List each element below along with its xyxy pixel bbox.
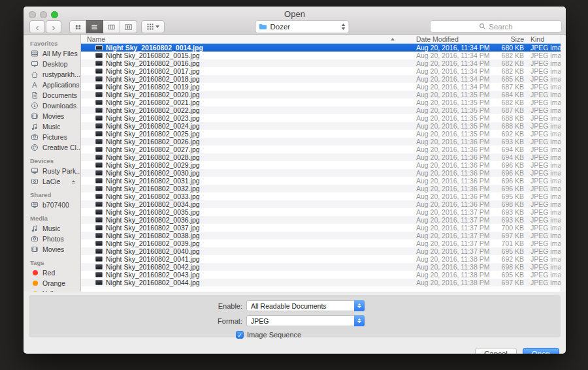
- image-sequence-checkbox[interactable]: ✓: [236, 331, 244, 339]
- file-date-modified: Aug 20, 2016, 11:38 PM: [401, 263, 495, 271]
- file-row[interactable]: Night Sky_20160802_0034.jpg Aug 20, 2016…: [81, 200, 566, 208]
- file-row[interactable]: Night Sky_20160802_0015.jpg Aug 20, 2016…: [81, 52, 566, 59]
- file-row[interactable]: Night Sky_20160802_0025.jpg Aug 20, 2016…: [81, 130, 566, 138]
- file-row[interactable]: Night Sky_20160802_0020.jpg Aug 20, 2016…: [81, 91, 566, 99]
- forward-button[interactable]: ›: [46, 20, 61, 33]
- vertical-scrollbar[interactable]: [561, 35, 566, 292]
- sidebar-item-rusty-park[interactable]: Rusty Park...: [24, 166, 80, 176]
- icon-view-button[interactable]: [69, 20, 86, 33]
- file-row[interactable]: Night Sky_20160802_0044.jpg Aug 20, 2016…: [81, 279, 566, 286]
- sidebar-item-media-music[interactable]: Music: [24, 223, 80, 234]
- search-input[interactable]: [431, 21, 561, 32]
- file-row[interactable]: Night Sky_20160802_0026.jpg Aug 20, 2016…: [81, 138, 566, 146]
- back-button[interactable]: ‹: [29, 20, 45, 33]
- sidebar-item-all-my-files[interactable]: All My Files: [24, 48, 80, 59]
- file-date-modified: Aug 20, 2016, 11:34 PM: [401, 44, 495, 52]
- cancel-button[interactable]: Cancel: [475, 348, 517, 354]
- file-row[interactable]: Night Sky_20160802_0043.jpg Aug 20, 2016…: [81, 271, 566, 279]
- list-view-icon: [90, 23, 99, 31]
- sidebar-item-documents[interactable]: Documents: [24, 90, 80, 100]
- file-name: Night Sky_20160802_0037.jpg: [106, 224, 200, 232]
- file-row[interactable]: Night Sky_20160802_0033.jpg Aug 20, 2016…: [81, 193, 566, 200]
- file-kind: JPEG image: [524, 146, 566, 153]
- file-row[interactable]: Night Sky_20160802_0017.jpg Aug 20, 2016…: [81, 67, 566, 75]
- file-row[interactable]: Night Sky_20160802_0018.jpg Aug 20, 2016…: [81, 75, 566, 83]
- column-header-kind[interactable]: Kind: [524, 35, 566, 43]
- file-row[interactable]: Night Sky_20160802_0032.jpg Aug 20, 2016…: [81, 185, 566, 193]
- file-row[interactable]: Night Sky_20160802_0035.jpg Aug 20, 2016…: [81, 208, 566, 216]
- sidebar-item-tag-red[interactable]: Red: [24, 268, 80, 278]
- file-row[interactable]: Night Sky_20160802_0031.jpg Aug 20, 2016…: [81, 177, 566, 185]
- file-row[interactable]: Night Sky_20160802_0039.jpg Aug 20, 2016…: [81, 239, 566, 247]
- action-menu-button[interactable]: [141, 20, 165, 33]
- file-size: 698 KB: [495, 200, 524, 208]
- sidebar-item-movies[interactable]: Movies: [24, 111, 80, 121]
- file-row[interactable]: Night Sky_20160802_0042.jpg Aug 20, 2016…: [81, 263, 566, 271]
- select-stepper-icon: [354, 300, 365, 311]
- sidebar-item-creative-cloud[interactable]: Creative Cl...: [24, 142, 80, 153]
- file-row[interactable]: Night Sky_20160802_0021.jpg Aug 20, 2016…: [81, 99, 566, 106]
- file-row[interactable]: Night Sky_20160802_0036.jpg Aug 20, 2016…: [81, 216, 566, 224]
- sidebar-item-music[interactable]: Music: [24, 121, 80, 132]
- column-header-date-modified[interactable]: Date Modified: [401, 35, 495, 43]
- file-kind: JPEG image: [524, 224, 566, 232]
- column-header-name[interactable]: Name: [81, 35, 401, 43]
- file-row[interactable]: Night Sky_20160802_0041.jpg Aug 20, 2016…: [81, 255, 566, 263]
- image-thumbnail-icon: [95, 186, 103, 191]
- open-button[interactable]: Open: [523, 348, 559, 354]
- file-kind: JPEG image: [524, 52, 566, 59]
- sidebar-item-home[interactable]: rustyparkh...: [24, 69, 80, 80]
- file-date-modified: Aug 20, 2016, 11:38 PM: [401, 279, 495, 286]
- file-name: Night Sky_20160802_0014.jpg: [106, 44, 203, 52]
- sidebar-item-media-photos[interactable]: Photos: [24, 234, 80, 244]
- sidebar-item-pictures[interactable]: Pictures: [24, 132, 80, 142]
- main-content: Favorites All My Files Desktop rustypark…: [24, 35, 566, 292]
- image-thumbnail-icon: [95, 264, 103, 270]
- file-date-modified: Aug 20, 2016, 11:34 PM: [401, 75, 495, 83]
- sidebar-item-desktop[interactable]: Desktop: [24, 59, 80, 69]
- eject-icon[interactable]: [71, 179, 76, 185]
- file-row[interactable]: Night Sky_20160802_0040.jpg Aug 20, 2016…: [81, 247, 566, 255]
- file-row[interactable]: Night Sky_20160802_0030.jpg Aug 20, 2016…: [81, 169, 566, 177]
- file-size: 696 KB: [495, 169, 524, 177]
- image-thumbnail-icon: [95, 139, 103, 144]
- file-row[interactable]: Night Sky_20160802_0028.jpg Aug 20, 2016…: [81, 153, 566, 161]
- sidebar-item-tag-orange[interactable]: Orange: [24, 278, 80, 288]
- file-row[interactable]: Night Sky_20160802_0019.jpg Aug 20, 2016…: [81, 83, 566, 91]
- location-popup[interactable]: Dozer: [255, 20, 350, 33]
- file-row[interactable]: Night Sky_20160802_0014.jpg Aug 20, 2016…: [81, 44, 566, 52]
- file-size: 698 KB: [495, 263, 524, 271]
- file-row[interactable]: Night Sky_20160802_0023.jpg Aug 20, 2016…: [81, 114, 566, 122]
- sidebar-item-tag-yellow[interactable]: Yellow: [24, 288, 80, 292]
- file-date-modified: Aug 20, 2016, 11:35 PM: [401, 91, 495, 99]
- desktop-background: Open ‹ ›: [0, 0, 588, 370]
- sidebar-item-b707400[interactable]: b707400: [24, 200, 80, 210]
- file-row[interactable]: Night Sky_20160802_0038.jpg Aug 20, 2016…: [81, 232, 566, 239]
- sidebar-item-lacie[interactable]: LaCie: [24, 176, 80, 187]
- file-row[interactable]: Night Sky_20160802_0037.jpg Aug 20, 2016…: [81, 224, 566, 232]
- file-kind: JPEG image: [524, 44, 566, 52]
- column-header-size[interactable]: Size: [495, 35, 524, 43]
- sidebar-item-applications[interactable]: Applications: [24, 80, 80, 90]
- window-title: Open: [24, 9, 566, 19]
- sidebar-item-downloads[interactable]: Downloads: [24, 100, 80, 111]
- file-row[interactable]: Night Sky_20160802_0024.jpg Aug 20, 2016…: [81, 122, 566, 130]
- file-kind: JPEG image: [524, 208, 566, 216]
- enable-select[interactable]: All Readable Documents: [246, 300, 365, 311]
- file-date-modified: Aug 20, 2016, 11:36 PM: [401, 177, 495, 185]
- sidebar-item-label: rustyparkh...: [42, 70, 80, 78]
- coverflow-view-button[interactable]: [120, 20, 137, 33]
- file-kind: JPEG image: [524, 279, 566, 286]
- image-thumbnail-icon: [95, 69, 103, 74]
- file-row[interactable]: Night Sky_20160802_0022.jpg Aug 20, 2016…: [81, 106, 566, 114]
- file-size: 695 KB: [495, 247, 524, 255]
- column-view-button[interactable]: [103, 20, 120, 33]
- list-view-button[interactable]: [86, 20, 103, 33]
- file-row[interactable]: Night Sky_20160802_0027.jpg Aug 20, 2016…: [81, 146, 566, 153]
- image-thumbnail-icon: [95, 76, 103, 82]
- format-select[interactable]: JPEG: [246, 315, 365, 326]
- file-row[interactable]: Night Sky_20160802_0029.jpg Aug 20, 2016…: [81, 161, 566, 169]
- sidebar-item-media-movies[interactable]: Movies: [24, 244, 80, 254]
- file-row[interactable]: Night Sky_20160802_0016.jpg Aug 20, 2016…: [81, 59, 566, 67]
- sidebar-section-devices: Devices: [24, 157, 80, 166]
